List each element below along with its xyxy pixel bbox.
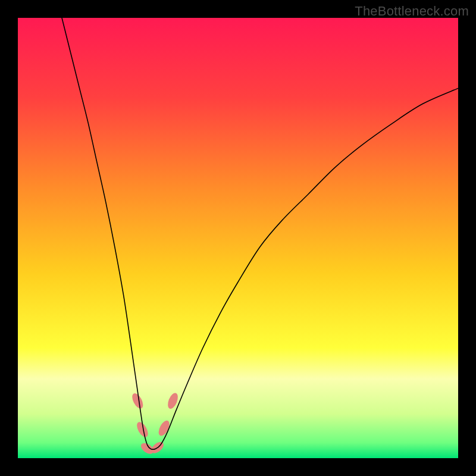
chart-svg [18, 18, 458, 458]
watermark-text: TheBottleneck.com [355, 4, 469, 19]
chart-frame: TheBottleneck.com [0, 0, 476, 476]
gradient-background [18, 18, 458, 458]
plot-area [18, 18, 458, 458]
